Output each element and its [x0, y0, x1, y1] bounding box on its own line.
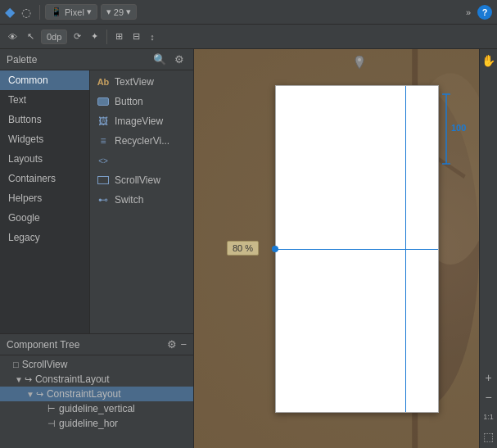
phone-frame: 80 % 100 — [275, 85, 439, 413]
tree-label-scrollview: ScrollView — [22, 359, 68, 370]
tree-label-constraintlayout2: ConstraintLayout — [47, 388, 121, 400]
tree-label-constraintlayout1: ConstraintLayout — [35, 373, 110, 385]
textview-icon: Ab — [97, 75, 110, 88]
help-button[interactable]: ? — [477, 5, 492, 20]
canvas-guideline-horizontal — [276, 249, 438, 250]
fit-screen-btn[interactable]: 1:1 — [481, 409, 497, 425]
dp-value: 0dp — [47, 32, 61, 42]
palette-item-textview[interactable]: AbTextView — [90, 72, 193, 92]
grid-btn-2[interactable]: ⊟ — [129, 29, 143, 43]
tree-header-icons: ⚙ − — [167, 338, 187, 351]
palette-items-list: AbTextViewButton🖼ImageView≡RecyclerVi...… — [90, 70, 193, 333]
connection-dot-left — [272, 246, 278, 252]
svg-text:100: 100 — [451, 123, 466, 133]
palette-header: Palette 🔍 ⚙ — [0, 49, 193, 70]
tree-arrow-constraintlayout1: ▼ — [15, 375, 23, 384]
blueprint-view-btn[interactable]: ⬚ — [481, 428, 497, 445]
zoom-in-btn[interactable]: + — [481, 369, 497, 386]
tree-icon-scrollview: □ — [13, 360, 19, 369]
palette-item-scrollview[interactable]: ScrollView — [90, 170, 193, 190]
chevron-down-icon: ▾ — [87, 7, 92, 17]
recyclerview-icon: ≡ — [97, 134, 110, 147]
tree-gear-btn[interactable]: ⚙ — [167, 338, 177, 351]
tree-content[interactable]: □ScrollView▼↪ConstraintLayout▼↪Constrain… — [0, 355, 193, 448]
palette-category-containers[interactable]: Containers — [0, 169, 89, 188]
palette-item-recyclerview[interactable]: ≡RecyclerVi... — [90, 131, 193, 151]
tree-minimize-btn[interactable]: − — [180, 338, 187, 351]
svg-point-9 — [358, 58, 361, 61]
palette-gear-btn[interactable]: ⚙ — [172, 52, 187, 66]
phone-icon: 📱 — [51, 7, 62, 17]
separator-1 — [39, 5, 40, 20]
palette-section: Palette 🔍 ⚙ CommonTextButtonsWidgetsLayo… — [0, 49, 193, 333]
tree-item-guideline_hor[interactable]: ⊣guideline_hor — [0, 416, 193, 431]
palette-search-btn[interactable]: 🔍 — [151, 52, 169, 66]
eye-icon: 👁 — [8, 32, 17, 42]
palette-category-common[interactable]: Common — [0, 70, 89, 90]
palette-category-layouts[interactable]: Layouts — [0, 149, 89, 169]
percent-badge: 80 % — [227, 241, 259, 256]
palette-category-google[interactable]: Google — [0, 208, 89, 228]
tree-item-constraintlayout1[interactable]: ▼↪ConstraintLayout — [0, 372, 193, 387]
palette-category-widgets[interactable]: Widgets — [0, 129, 89, 149]
palette-header-icons: 🔍 ⚙ — [151, 52, 187, 66]
top-toolbar: ◆ ◌ 📱 Pixel ▾ ▾ 29 ▾ » ? — [0, 0, 497, 25]
canvas-container: 80 % 100 — [194, 49, 479, 448]
eye-btn[interactable]: 👁 — [5, 30, 20, 43]
api-icon: ▾ — [106, 7, 111, 17]
left-panel: Palette 🔍 ⚙ CommonTextButtonsWidgetsLayo… — [0, 49, 194, 448]
dp-input[interactable]: 0dp — [41, 29, 67, 44]
hand-tool-btn[interactable]: ✋ — [481, 52, 497, 69]
palette-item-fragment[interactable]: <> — [90, 151, 193, 170]
tree-icon-guideline_hor: ⊣ — [47, 419, 56, 429]
palette-item-imageview[interactable]: 🖼ImageView — [90, 111, 193, 131]
cursor-icon: ↖ — [27, 31, 34, 42]
device-dropdown[interactable]: 📱 Pixel ▾ — [45, 4, 97, 20]
zoom-out-btn[interactable]: − — [481, 389, 497, 405]
scrollview-label: ScrollView — [115, 174, 160, 186]
tree-icon-constraintlayout2: ↪ — [36, 389, 43, 400]
switch-icon: ⊷ — [97, 193, 110, 206]
palette-category-helpers[interactable]: Helpers — [0, 188, 89, 208]
design-icon: ◆ — [5, 4, 15, 20]
api-dropdown[interactable]: ▾ 29 ▾ — [101, 4, 137, 20]
canvas-area: 80 % 100 ✋ + − — [194, 49, 497, 448]
tree-icon-constraintlayout1: ↪ — [25, 374, 32, 385]
palette-category-buttons[interactable]: Buttons — [0, 110, 89, 129]
wand-btn[interactable]: ✦ — [88, 29, 102, 43]
blueprint-btn[interactable]: ◌ — [18, 4, 34, 20]
overflow-btn[interactable]: » — [463, 6, 474, 19]
tree-item-constraintlayout2[interactable]: ▼↪ConstraintLayout — [0, 387, 193, 401]
tree-icon-guideline_vertical: ⊢ — [47, 404, 56, 414]
palette-content: CommonTextButtonsWidgetsLayoutsContainer… — [0, 70, 193, 333]
button-label: Button — [115, 96, 143, 107]
tree-item-guideline_vertical[interactable]: ⊢guideline_vertical — [0, 401, 193, 416]
palette-categories: CommonTextButtonsWidgetsLayoutsContainer… — [0, 70, 90, 333]
tree-title: Component Tree — [7, 339, 167, 351]
api-chevron-icon: ▾ — [126, 7, 131, 17]
blueprint-icon: ◌ — [21, 6, 31, 19]
cursor-btn[interactable]: ↖ — [24, 29, 38, 43]
palette-item-switch[interactable]: ⊷Switch — [90, 190, 193, 210]
grid-btn-3[interactable]: ↕ — [147, 30, 158, 43]
tree-label-guideline_hor: guideline_hor — [59, 418, 118, 429]
path-btn[interactable]: ⟳ — [70, 29, 84, 43]
button-icon — [97, 95, 110, 108]
palette-category-legacy[interactable]: Legacy — [0, 228, 89, 247]
path-icon: ⟳ — [74, 31, 81, 42]
tree-label-guideline_vertical: guideline_vertical — [59, 403, 135, 414]
canvas-pin-icon — [353, 56, 366, 75]
component-tree: Component Tree ⚙ − □ScrollView▼↪Constrai… — [0, 333, 193, 448]
grid-btn-1[interactable]: ⊞ — [112, 29, 126, 43]
palette-title: Palette — [7, 54, 151, 66]
tree-item-scrollview[interactable]: □ScrollView — [0, 357, 193, 372]
scrollview-icon — [97, 174, 110, 187]
align-icon-1: ⊞ — [115, 31, 123, 42]
imageview-icon: 🖼 — [97, 115, 110, 128]
switch-label: Switch — [115, 194, 143, 206]
wand-icon: ✦ — [91, 31, 98, 42]
palette-item-button[interactable]: Button — [90, 92, 193, 111]
tree-header: Component Tree ⚙ − — [0, 334, 193, 355]
palette-category-text[interactable]: Text — [0, 90, 89, 110]
align-icon-2: ⊟ — [133, 31, 140, 42]
